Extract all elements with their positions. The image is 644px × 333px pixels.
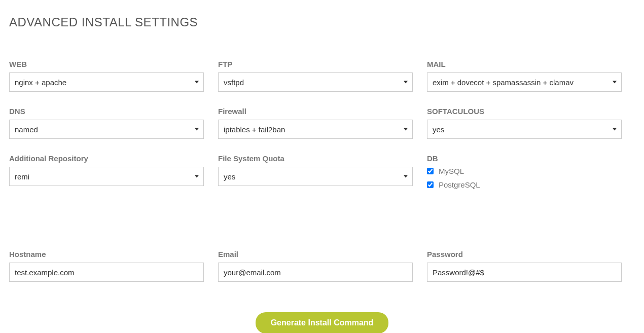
db-checkbox-postgresql[interactable]	[427, 181, 434, 188]
hostname-field: Hostname	[9, 250, 204, 282]
mail-select[interactable]: exim + dovecot + spamassassin + clamav	[427, 72, 622, 92]
email-label: Email	[218, 250, 413, 258]
password-label: Password	[427, 250, 622, 258]
settings-grid: WEB nginx + apache FTP vsftpd MAIL exim …	[9, 60, 635, 194]
repo-select[interactable]: remi	[9, 167, 204, 186]
dns-field: DNS named	[9, 107, 204, 139]
generate-button[interactable]: Generate Install Command	[256, 312, 389, 333]
db-option-postgresql-label: PostgreSQL	[439, 180, 480, 189]
db-checkbox-mysql[interactable]	[427, 168, 434, 174]
firewall-label: Firewall	[218, 107, 413, 116]
db-option-postgresql[interactable]: PostgreSQL	[427, 180, 622, 189]
db-option-mysql[interactable]: MySQL	[427, 167, 622, 175]
softaculous-select[interactable]: yes	[427, 120, 622, 139]
quota-select[interactable]: yes	[218, 167, 413, 186]
db-option-mysql-label: MySQL	[439, 167, 464, 175]
quota-field: File System Quota yes	[218, 154, 413, 194]
email-input[interactable]	[218, 263, 413, 282]
password-field: Password	[427, 250, 622, 282]
email-field: Email	[218, 250, 413, 282]
page-title: ADVANCED INSTALL SETTINGS	[9, 15, 635, 29]
firewall-field: Firewall iptables + fail2ban	[218, 107, 413, 139]
web-field: WEB nginx + apache	[9, 60, 204, 92]
web-label: WEB	[9, 60, 204, 68]
firewall-select[interactable]: iptables + fail2ban	[218, 120, 413, 139]
hostname-input[interactable]	[9, 263, 204, 282]
mail-field: MAIL exim + dovecot + spamassassin + cla…	[427, 60, 622, 92]
repo-label: Additional Repository	[9, 154, 204, 163]
softaculous-field: SOFTACULOUS yes	[427, 107, 622, 139]
dns-select[interactable]: named	[9, 120, 204, 139]
ftp-select[interactable]: vsftpd	[218, 72, 413, 92]
quota-label: File System Quota	[218, 154, 413, 163]
hostname-label: Hostname	[9, 250, 204, 258]
ftp-label: FTP	[218, 60, 413, 68]
softaculous-label: SOFTACULOUS	[427, 107, 622, 116]
repo-field: Additional Repository remi	[9, 154, 204, 194]
ftp-field: FTP vsftpd	[218, 60, 413, 92]
db-label: DB	[427, 154, 622, 163]
password-input[interactable]	[427, 263, 622, 282]
db-field: DB MySQL PostgreSQL	[427, 154, 622, 194]
web-select[interactable]: nginx + apache	[9, 72, 204, 92]
credentials-grid: Hostname Email Password	[9, 250, 635, 282]
button-row: Generate Install Command	[9, 312, 635, 333]
dns-label: DNS	[9, 107, 204, 116]
mail-label: MAIL	[427, 60, 622, 68]
